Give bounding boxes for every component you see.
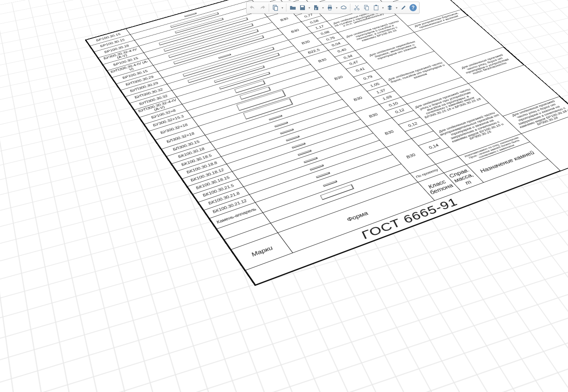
svg-rect-10 (375, 5, 377, 6)
save-button[interactable] (298, 3, 307, 12)
svg-rect-9 (374, 6, 378, 10)
svg-rect-3 (329, 5, 331, 7)
viewport-3d[interactable]: БР100.30.15В300,10БР100.30.150,32Для отд… (0, 0, 568, 392)
stone-table: БР100.30.15В300,10БР100.30.150,32Для отд… (86, 0, 568, 285)
print-button[interactable] (325, 3, 334, 12)
export-button[interactable] (312, 3, 321, 12)
copy-button[interactable] (362, 3, 371, 12)
layers-dropdown[interactable]: ▼ (395, 6, 398, 9)
redo-button[interactable] (258, 3, 267, 12)
drawing-sheet: БР100.30.15В300,10БР100.30.150,32Для отд… (85, 0, 568, 286)
copy-view-dropdown[interactable]: ▼ (281, 6, 284, 9)
cell-purpose: Для отделения проезжей части улиц, дорог… (449, 47, 523, 83)
quick-access-toolbar: ▼ ▼ ▼ ▼ ▼ ▼ ? (246, 2, 420, 14)
export-dropdown[interactable]: ▼ (321, 6, 325, 9)
cloud-button[interactable] (339, 3, 348, 12)
layers-button[interactable] (385, 3, 394, 12)
svg-rect-1 (274, 6, 278, 10)
table-body: БР100.30.15В300,10БР100.30.150,32Для отд… (86, 0, 568, 250)
print-dropdown[interactable]: ▼ (335, 6, 338, 9)
toolbar-separator (269, 4, 269, 12)
settings-button[interactable] (399, 3, 408, 12)
toolbar-separator (286, 4, 286, 12)
svg-rect-8 (366, 6, 368, 10)
paste-dropdown[interactable]: ▼ (381, 6, 385, 9)
paste-button[interactable] (372, 3, 381, 12)
svg-rect-4 (329, 8, 331, 10)
undo-button[interactable] (248, 3, 257, 12)
copy-view-button[interactable] (271, 3, 280, 12)
cut-button[interactable] (352, 3, 361, 12)
open-button[interactable] (288, 3, 297, 12)
toolbar-separator (350, 4, 350, 12)
help-button[interactable]: ? (409, 3, 418, 12)
save-dropdown[interactable]: ▼ (308, 6, 311, 9)
stone-shape (323, 181, 338, 187)
